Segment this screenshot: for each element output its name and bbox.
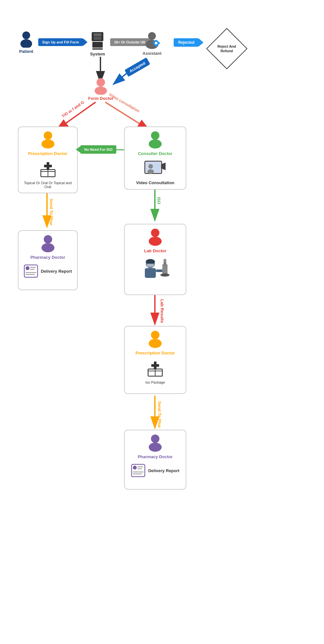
lab-doctor-icon [145, 228, 165, 248]
svg-rect-21 [92, 42, 103, 48]
svg-point-63 [160, 273, 169, 277]
prescription-doctor-2-card: Prescription Doctor Iso Package [124, 326, 186, 394]
svg-point-23 [148, 32, 156, 40]
tio-text: T/O or f and O [61, 100, 85, 118]
topical-oral-label: Topical Or Oral Or Topical and Oral [22, 181, 74, 189]
prescription-doctor-1-card: Prescription Doctor Topical Or Oral Or T… [18, 126, 78, 193]
svg-point-48 [41, 243, 54, 252]
svg-rect-78 [137, 468, 142, 469]
svg-rect-28 [156, 46, 157, 47]
video-screen-icon [144, 160, 167, 179]
svg-point-41 [149, 139, 162, 149]
svg-rect-29 [153, 42, 154, 44]
svg-rect-79 [133, 471, 144, 472]
patient-node: Patient [18, 31, 35, 54]
system-label: System [90, 52, 105, 56]
system-icon [89, 31, 106, 50]
video-consult-label: Video consultation [108, 92, 141, 113]
send-to-phar-1-text: Send To Phar [49, 199, 54, 226]
svg-point-40 [151, 131, 159, 140]
delivery-report-2-icon: Delivery Report [131, 464, 179, 477]
tio-label: T/O or f and O [61, 100, 85, 118]
pharmacy-doctor-1-card: Pharmacy Doctor Delivery Report [18, 230, 78, 290]
no-need-iso-btn: No Need For ISO [80, 145, 116, 154]
svg-point-50 [26, 266, 29, 270]
svg-rect-54 [26, 274, 35, 275]
rx-box-2-icon [145, 360, 165, 379]
iso-text: ISO [156, 197, 161, 204]
pharmacy-doctor-2-card: Pharmacy Doctor Delivery Report [124, 430, 186, 490]
svg-rect-77 [137, 466, 143, 467]
lab-results-label: Lab Results [160, 299, 165, 323]
svg-point-73 [151, 435, 159, 443]
pharmacy-doctor-1-icon [38, 235, 58, 255]
svg-rect-19 [94, 33, 101, 36]
outside-uk-label: 16< Or Outside UK [114, 40, 146, 44]
send-to-phar-2-text: Send To Phar [157, 401, 162, 428]
svg-point-76 [133, 466, 137, 470]
prescription-doctor-1-label: Prescription Doctor [28, 151, 67, 156]
assistant-label: Assistant [143, 51, 162, 56]
lab-illustration [139, 257, 171, 288]
form-doctor-node: Form Doctor [88, 78, 113, 101]
svg-point-56 [149, 237, 162, 246]
svg-point-16 [22, 31, 30, 39]
svg-point-47 [44, 235, 52, 244]
svg-rect-36 [44, 165, 52, 167]
svg-rect-20 [94, 37, 101, 40]
rx-box-icon [38, 161, 58, 180]
svg-point-74 [149, 443, 162, 452]
form-doctor-icon [92, 78, 109, 95]
lab-results-text: Lab Results [160, 299, 165, 323]
svg-point-32 [95, 87, 107, 95]
svg-point-31 [97, 78, 105, 87]
send-to-phar-2-label: Send To Phar [157, 401, 162, 428]
signup-label: Sign Up and Fill Form [42, 40, 79, 44]
system-node: System [89, 31, 106, 56]
reject-refund-diamond: Reject And Refund [207, 29, 246, 68]
rejected-label: Rejected [178, 40, 194, 45]
svg-rect-52 [30, 269, 35, 270]
accepted-arrow-label: Accepted [124, 57, 150, 77]
pharmacy-doctor-1-label: Pharmacy Doctor [30, 255, 65, 260]
delivery-report-1-label: Delivery Report [41, 269, 72, 274]
delivery-report-2-label: Delivery Report [148, 468, 179, 473]
assistant-icon [143, 31, 161, 50]
iso-package-label: Iso Package [145, 380, 165, 384]
svg-point-67 [149, 339, 162, 348]
consulter-doctor-icon [145, 131, 165, 151]
signup-arrow-btn: Sign Up and Fill Form [38, 38, 83, 46]
svg-rect-69 [151, 364, 159, 367]
consulter-doctor-label: Consulter Doctor [138, 151, 172, 156]
video-consult-text: Video consultation [108, 92, 141, 113]
svg-point-33 [44, 131, 52, 140]
video-consultation-label: Video Consultation [136, 180, 174, 185]
svg-point-45 [147, 169, 154, 174]
svg-point-58 [146, 259, 155, 264]
svg-rect-22 [92, 48, 103, 50]
pharmacy-doctor-2-label: Pharmacy Doctor [138, 454, 173, 459]
consulter-doctor-card: Consulter Doctor Video Consultation [124, 126, 186, 190]
lab-doctor-card: Lab Doctor [124, 224, 186, 295]
reject-refund-label: Reject And Refund [213, 44, 241, 54]
rejected-arrow-btn: Rejected [174, 38, 199, 47]
svg-point-34 [41, 139, 54, 149]
svg-rect-80 [133, 473, 142, 474]
assistant-node: Assistant [143, 31, 162, 56]
svg-rect-27 [156, 40, 157, 41]
no-need-iso-label: No Need For ISO [84, 148, 112, 151]
svg-point-65 [163, 259, 167, 262]
svg-point-17 [20, 39, 32, 48]
svg-point-66 [151, 331, 159, 339]
delivery-report-1-icon: Delivery Report [24, 264, 72, 278]
svg-rect-51 [30, 267, 36, 268]
flowchart: Patient Sign Up and Fill Form System 16<… [0, 0, 324, 644]
svg-rect-30 [159, 42, 160, 44]
svg-rect-62 [162, 264, 168, 274]
iso-label: ISO [156, 197, 161, 204]
svg-rect-59 [147, 264, 154, 267]
svg-point-44 [148, 164, 153, 169]
send-to-phar-1-label: Send To Phar [49, 199, 54, 226]
patient-icon [18, 31, 35, 48]
svg-rect-53 [26, 272, 36, 273]
